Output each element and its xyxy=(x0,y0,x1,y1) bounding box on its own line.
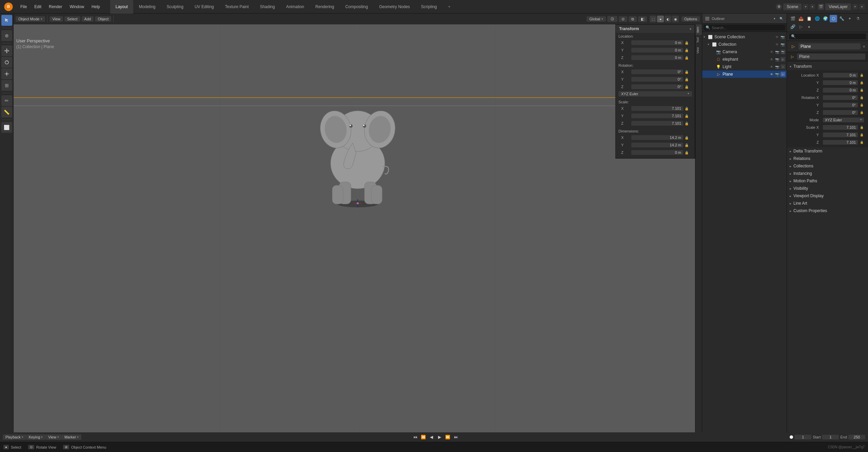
object-menu[interactable]: Object xyxy=(95,16,111,22)
select-menu[interactable]: Select xyxy=(64,16,80,22)
view-layer-name[interactable]: ViewLayer xyxy=(825,3,851,10)
motion-paths-section[interactable]: ▸ Motion Paths xyxy=(787,177,868,185)
xray-btn[interactable]: ◧ xyxy=(638,16,647,22)
viewport-display-section[interactable]: ▸ Viewport Display xyxy=(787,192,868,200)
rotate-tool-btn[interactable] xyxy=(1,57,12,68)
scale-z-value[interactable]: 7.101 xyxy=(631,121,683,126)
play-reverse-btn[interactable]: ◀ xyxy=(428,434,435,440)
camera-data-icon[interactable]: 📷 xyxy=(781,49,785,54)
transform-tool-btn[interactable]: ⊞ xyxy=(1,80,12,91)
obj-scale-z-value[interactable]: 7.101 xyxy=(823,140,858,145)
rot-y-lock[interactable]: 🔒 xyxy=(684,77,689,82)
dim-x-value[interactable]: 14.2 m xyxy=(631,135,683,140)
constraints-props-tab[interactable]: 🔗 xyxy=(789,23,796,30)
rot-z-lock[interactable]: 🔒 xyxy=(684,84,689,89)
snap-btn[interactable] xyxy=(607,16,617,22)
world-props-tab[interactable]: 🌍 xyxy=(822,15,829,22)
elephant-data-icon[interactable]: ▷ xyxy=(781,57,785,62)
cursor-tool-btn[interactable]: ⊕ xyxy=(1,30,12,41)
scale-x-value[interactable]: 7.101 xyxy=(631,106,683,111)
tab-geometry-nodes[interactable]: Geometry Nodes xyxy=(374,0,415,14)
side-tab-tool[interactable]: Tool xyxy=(695,35,702,45)
view-menu[interactable]: View xyxy=(50,16,63,22)
props-search-input[interactable]: 🔍 xyxy=(789,34,866,39)
menu-edit[interactable]: Edit xyxy=(31,3,45,11)
scale-y-value[interactable]: 7.101 xyxy=(631,114,683,118)
select-tool-btn[interactable] xyxy=(1,15,12,26)
tab-rendering[interactable]: Rendering xyxy=(310,0,339,14)
rendered-btn[interactable]: ◉ xyxy=(672,16,679,22)
tree-plane[interactable]: ▸ ▷ Plane 👁 📷 ▷ xyxy=(702,70,787,78)
light-eye-icon[interactable]: 👁 xyxy=(769,64,774,69)
custom-properties-section[interactable]: ▸ Custom Properties xyxy=(787,207,868,214)
menu-help[interactable]: Help xyxy=(88,3,103,11)
relations-section[interactable]: ▸ Relations xyxy=(787,155,868,162)
elephant-eye-icon[interactable]: 👁 xyxy=(769,57,774,62)
obj-scale-x-lock[interactable]: 🔒 xyxy=(859,125,864,130)
playback-menu[interactable]: Playback ▾ xyxy=(3,434,26,440)
object-mode-dropdown[interactable]: Object Mode ▾ xyxy=(16,16,45,22)
current-frame-input[interactable]: 1 xyxy=(794,435,811,439)
render-props-tab[interactable]: 🎬 xyxy=(789,15,796,22)
output-props-tab[interactable]: 📤 xyxy=(797,15,805,22)
loc-y-lock[interactable]: 🔒 xyxy=(684,47,689,53)
modifier-props-tab[interactable]: 🔧 xyxy=(838,15,845,22)
annotate-tool-btn[interactable]: ✏ xyxy=(1,95,12,106)
add-cube-btn[interactable]: ⬜ xyxy=(1,122,12,133)
menu-window[interactable]: Window xyxy=(66,3,87,11)
collection-eye-icon[interactable]: 👁 xyxy=(774,42,780,47)
transform-obj-section[interactable]: ▾ Transform xyxy=(787,63,868,70)
play-forward-btn[interactable]: ▶ xyxy=(436,434,443,440)
tab-add[interactable]: + xyxy=(443,0,456,14)
start-frame-input[interactable]: 1 xyxy=(822,435,839,439)
instancing-section[interactable]: ▸ Instancing xyxy=(787,170,868,177)
menu-file[interactable]: File xyxy=(17,3,30,11)
scene-add-btn[interactable]: + xyxy=(803,4,808,9)
wireframe-btn[interactable]: ⬚ xyxy=(650,16,656,22)
obj-rot-y-value[interactable]: 0° xyxy=(823,103,858,107)
tab-shading[interactable]: Shading xyxy=(255,0,280,14)
loc-y-value[interactable]: 0 m xyxy=(631,48,683,53)
obj-scale-y-lock[interactable]: 🔒 xyxy=(859,132,864,137)
solid-btn[interactable]: ● xyxy=(657,16,664,22)
collections-section[interactable]: ▸ Collections xyxy=(787,162,868,170)
scene-eye-icon[interactable]: 👁 xyxy=(774,34,780,40)
data-props-tab[interactable]: ▷ xyxy=(797,23,805,30)
rot-x-lock[interactable]: 🔒 xyxy=(684,69,689,75)
loc-z-value[interactable]: 0 m xyxy=(631,55,683,60)
dim-x-lock[interactable]: 🔒 xyxy=(684,135,689,140)
proportional-edit-btn[interactable]: ⊙ xyxy=(619,16,627,22)
obj-loc-y-lock[interactable]: 🔒 xyxy=(859,80,864,85)
measure-tool-btn[interactable]: 📏 xyxy=(1,107,12,118)
side-tab-view[interactable]: View xyxy=(695,45,702,56)
obj-rot-z-value[interactable]: 0° xyxy=(823,110,858,115)
obj-rot-x-lock[interactable]: 🔒 xyxy=(859,95,864,100)
tree-camera[interactable]: ▸ 📷 Camera 👁 📷 📷 xyxy=(702,48,787,56)
obj-loc-x-lock[interactable]: 🔒 xyxy=(859,73,864,78)
obj-rot-x-value[interactable]: 0° xyxy=(823,95,858,100)
view-layer-props-tab[interactable]: 📋 xyxy=(805,15,813,22)
visibility-section[interactable]: ▸ Visibility xyxy=(787,185,868,192)
obj-loc-x-value[interactable]: 0 m xyxy=(823,73,858,78)
dim-z-lock[interactable]: 🔒 xyxy=(684,150,689,155)
scene-render-icon[interactable]: 📷 xyxy=(780,34,785,40)
delta-transform-section[interactable]: ▸ Delta Transform xyxy=(787,147,868,155)
plane-eye-icon[interactable]: 👁 xyxy=(769,71,774,77)
viewport[interactable]: Object Mode ▾ View Select Add Object Glo… xyxy=(14,14,702,432)
rot-y-value[interactable]: 0° xyxy=(631,77,683,82)
obj-scale-x-value[interactable]: 7.101 xyxy=(823,125,858,130)
plane-data-icon[interactable]: ▷ xyxy=(781,72,785,77)
loc-z-lock[interactable]: 🔒 xyxy=(684,55,689,60)
tree-collection[interactable]: ▾ ⬜ Collection 👁 📷 xyxy=(702,41,787,48)
material-props-tab[interactable]: ● xyxy=(805,23,813,30)
elephant-render-icon[interactable]: 📷 xyxy=(774,57,780,62)
blender-logo[interactable]: B xyxy=(0,2,17,12)
elephant-object[interactable] xyxy=(298,99,417,211)
rot-z-value[interactable]: 0° xyxy=(631,84,683,89)
move-tool-btn[interactable] xyxy=(1,45,12,56)
tab-compositing[interactable]: Compositing xyxy=(340,0,373,14)
marker-menu[interactable]: Marker ▾ xyxy=(62,434,81,440)
collection-render-icon[interactable]: 📷 xyxy=(780,42,785,47)
dim-y-lock[interactable]: 🔒 xyxy=(684,142,689,148)
add-menu[interactable]: Add xyxy=(82,16,94,22)
